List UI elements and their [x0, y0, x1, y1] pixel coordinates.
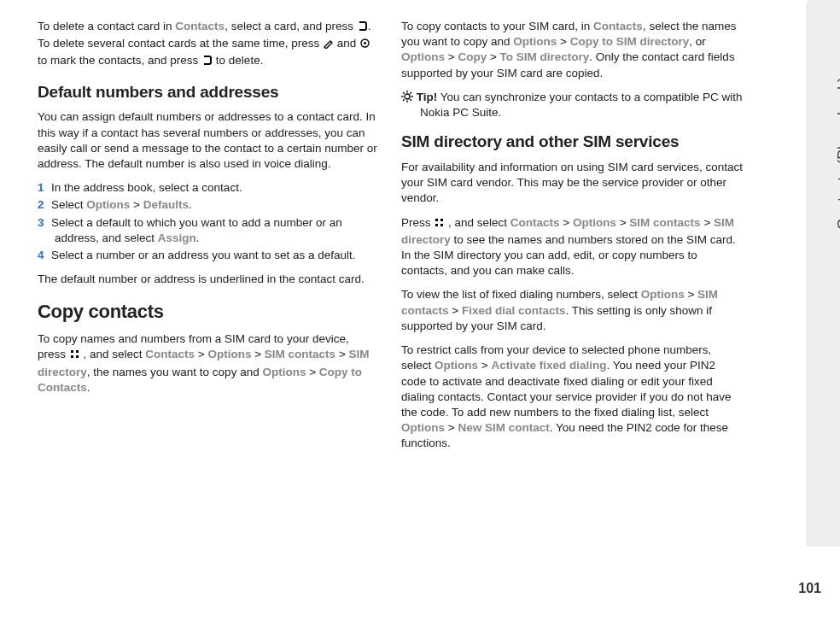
page-number: 101 — [798, 581, 821, 596]
svg-line-11 — [403, 92, 405, 94]
svg-rect-15 — [435, 219, 438, 221]
menu-contacts: Contacts — [510, 216, 560, 229]
delete-instructions: To delete a contact card in Contacts, se… — [38, 19, 379, 71]
steps-list: 1In the address book, select a contact. … — [38, 180, 379, 263]
svg-point-1 — [364, 42, 366, 44]
tip-label: Tip! — [417, 91, 438, 103]
step-3: 3Select a default to which you want to a… — [38, 215, 379, 246]
step-number: 2 — [38, 197, 51, 213]
menu-options: Options — [207, 348, 251, 360]
menu-options: Options — [86, 198, 130, 211]
step-number: 1 — [38, 180, 51, 196]
text: > — [195, 348, 207, 360]
svg-point-6 — [405, 94, 410, 99]
step-number: 3 — [38, 215, 51, 231]
menu-new-sim-contact: New SIM contact — [458, 421, 549, 434]
svg-rect-4 — [71, 355, 73, 358]
text: Press — [401, 216, 434, 229]
menu-sim-contacts: SIM contacts — [265, 348, 335, 360]
menu-options: Options — [401, 50, 445, 63]
svg-rect-5 — [76, 355, 79, 358]
text: > — [335, 348, 348, 360]
text: and — [334, 37, 359, 50]
copy-from-sim: To copy names and numbers from a SIM car… — [38, 331, 379, 396]
right-column: To copy contacts to your SIM card, in Co… — [401, 19, 743, 460]
left-column: To delete a contact card in Contacts, se… — [38, 19, 379, 460]
text: > — [685, 288, 697, 301]
page-content: To delete a contact card in Contacts, se… — [0, 0, 768, 460]
step-1: 1In the address book, select a contact. — [38, 180, 379, 196]
sim-dir-nav: Press , and select Contacts > Options > … — [401, 215, 743, 279]
menu-sim-contacts: SIM contacts — [629, 216, 700, 229]
pencil-key-icon — [323, 38, 334, 53]
copy-to-sim: To copy contacts to your SIM card, in Co… — [401, 19, 743, 81]
text: > — [487, 50, 499, 63]
text: > — [449, 304, 462, 317]
fixed-dial-view: To view the list of fixed dialing number… — [401, 287, 743, 334]
underline-note: The default number or address is underli… — [38, 272, 379, 287]
tip-icon — [401, 91, 413, 103]
step-text: Select — [51, 198, 86, 211]
text: > — [130, 198, 143, 211]
step-number: 4 — [38, 248, 51, 263]
tip-text: You can synchronize your contacts to a c… — [420, 91, 742, 119]
text: , and select — [445, 216, 510, 229]
text: , and select — [80, 348, 146, 360]
clear-key-icon — [357, 21, 368, 36]
menu-contacts: Contacts — [145, 348, 195, 360]
text: to delete. — [213, 54, 263, 67]
text: . — [87, 381, 90, 394]
scroll-key-icon — [359, 38, 370, 53]
text: > — [306, 366, 318, 378]
svg-rect-17 — [435, 224, 438, 226]
text: > — [616, 216, 629, 229]
text: > — [445, 50, 458, 63]
text: To copy contacts to your SIM card, in — [401, 20, 593, 32]
default-desc: You can assign default numbers or addres… — [38, 109, 379, 172]
fixed-dial-restrict: To restrict calls from your device to se… — [401, 343, 743, 452]
text: > — [701, 216, 714, 229]
text: , select a card, and press — [225, 20, 357, 32]
menu-defaults: Defaults — [143, 198, 189, 211]
heading-copy-contacts: Copy contacts — [38, 299, 379, 325]
text: To view the list of fixed dialing number… — [401, 288, 641, 301]
heading-sim-directory: SIM directory and other SIM services — [401, 131, 743, 153]
menu-key-icon — [69, 349, 80, 364]
menu-to-sim-dir: To SIM directory — [500, 50, 590, 63]
menu-assign: Assign — [158, 231, 196, 244]
svg-line-12 — [410, 99, 411, 101]
text: > — [251, 348, 264, 360]
clear-key-icon — [201, 55, 213, 70]
menu-options: Options — [435, 359, 478, 372]
menu-options: Options — [401, 421, 445, 434]
svg-rect-2 — [71, 350, 73, 353]
chapter-tab: Contacts (Phonebook) — [806, 0, 840, 547]
svg-line-14 — [410, 92, 411, 94]
text: , the names you want to copy and — [87, 366, 263, 378]
text: > — [445, 421, 458, 434]
menu-options: Options — [262, 366, 306, 378]
text: to mark the contacts, and press — [38, 54, 201, 67]
menu-options: Options — [513, 35, 557, 48]
menu-copy: Copy — [458, 50, 487, 63]
menu-contacts: Contacts — [593, 20, 643, 32]
text: to see the names and numbers stored on t… — [401, 233, 736, 277]
menu-options: Options — [641, 288, 685, 301]
step-text: In the address book, select a contact. — [51, 181, 242, 194]
menu-contacts: Contacts — [175, 20, 225, 32]
text: > — [560, 216, 573, 229]
text: . — [189, 198, 192, 211]
svg-rect-3 — [76, 350, 79, 353]
heading-default-numbers: Default numbers and addresses — [38, 81, 379, 103]
text: > — [557, 35, 569, 48]
svg-rect-18 — [440, 224, 443, 226]
step-2: 2Select Options > Defaults. — [38, 197, 379, 213]
menu-key-icon — [434, 217, 445, 232]
menu-fixed-dial: Fixed dial contacts — [462, 304, 566, 317]
step-text: Select a number or an address you want t… — [51, 249, 355, 261]
text: > — [478, 359, 491, 372]
sim-availability: For availability and information on usin… — [401, 160, 743, 207]
menu-copy-to-sim-dir: Copy to SIM directory — [570, 35, 690, 48]
chapter-title: Contacts (Phonebook) — [835, 77, 840, 230]
text: , or — [689, 35, 706, 48]
